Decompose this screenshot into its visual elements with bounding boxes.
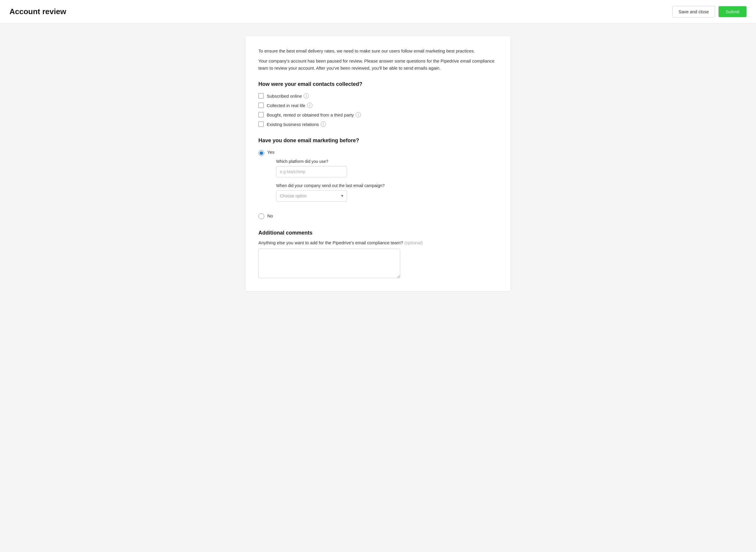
additional-comments-section: Additional comments Anything else you wa… bbox=[258, 230, 498, 279]
additional-comments-textarea[interactable] bbox=[258, 249, 400, 278]
info-icon-bought[interactable]: i bbox=[355, 112, 361, 117]
checkbox-bought-rented-label: Bought, rented or obtained from a third … bbox=[267, 112, 361, 117]
checkbox-subscribed-online-input[interactable] bbox=[258, 93, 264, 99]
radio-yes-label[interactable]: Yes bbox=[267, 149, 274, 155]
optional-text: (optional) bbox=[404, 240, 423, 245]
section3-title: Additional comments bbox=[258, 230, 498, 236]
platform-field-group: Which platform did you use? bbox=[276, 159, 385, 177]
intro-line2: Your company's account has been paused f… bbox=[258, 57, 498, 72]
email-marketing-section: Have you done email marketing before? Ye… bbox=[258, 137, 498, 219]
campaign-select-wrapper: Choose option Less than 3 months ago 3–6… bbox=[276, 190, 347, 201]
radio-yes-option: Yes Which platform did you use? When did… bbox=[258, 150, 498, 208]
checkbox-collected-real-life[interactable]: Collected in real life i bbox=[258, 103, 498, 108]
checkbox-subscribed-online[interactable]: Subscribed online i bbox=[258, 93, 498, 99]
info-icon-subscribed[interactable]: i bbox=[304, 93, 309, 99]
radio-no-option: No bbox=[258, 213, 498, 219]
submit-button[interactable]: Submit bbox=[719, 6, 747, 17]
section1-title: How were your email contacts collected? bbox=[258, 81, 498, 87]
platform-input[interactable] bbox=[276, 166, 347, 177]
checkbox-subscribed-online-label: Subscribed online i bbox=[267, 93, 309, 99]
email-contacts-section: How were your email contacts collected? … bbox=[258, 81, 498, 127]
additional-question-label: Anything else you want to add for the Pi… bbox=[258, 240, 498, 245]
section2-title: Have you done email marketing before? bbox=[258, 137, 498, 144]
save-close-button[interactable]: Save and close bbox=[672, 6, 715, 17]
checkbox-collected-real-life-label: Collected in real life i bbox=[267, 103, 312, 108]
radio-no-label[interactable]: No bbox=[267, 213, 273, 218]
form-card: To ensure the best email delivery rates,… bbox=[245, 35, 511, 291]
yes-sub-fields: Which platform did you use? When did you… bbox=[276, 159, 385, 201]
radio-yes-input[interactable] bbox=[258, 150, 264, 156]
page-title: Account review bbox=[9, 7, 66, 16]
info-icon-existing[interactable]: i bbox=[321, 122, 326, 127]
intro-section: To ensure the best email delivery rates,… bbox=[258, 47, 498, 72]
intro-line1: To ensure the best email delivery rates,… bbox=[258, 47, 498, 54]
checkbox-collected-real-life-input[interactable] bbox=[258, 103, 264, 108]
checkbox-existing-business-input[interactable] bbox=[258, 122, 264, 127]
checkbox-existing-business-label: Existing business relations i bbox=[267, 122, 326, 127]
checkbox-bought-rented[interactable]: Bought, rented or obtained from a third … bbox=[258, 112, 498, 117]
radio-no-input[interactable] bbox=[258, 213, 264, 219]
checkbox-existing-business[interactable]: Existing business relations i bbox=[258, 122, 498, 127]
page-header: Account review Save and close Submit bbox=[0, 0, 756, 24]
campaign-field-group: When did your company send out the last … bbox=[276, 183, 385, 201]
campaign-label: When did your company send out the last … bbox=[276, 183, 385, 188]
yes-content: Yes Which platform did you use? When did… bbox=[267, 150, 385, 208]
platform-label: Which platform did you use? bbox=[276, 159, 385, 164]
campaign-select[interactable]: Choose option Less than 3 months ago 3–6… bbox=[276, 190, 347, 201]
header-actions: Save and close Submit bbox=[672, 6, 747, 17]
checkbox-bought-rented-input[interactable] bbox=[258, 112, 264, 117]
info-icon-collected[interactable]: i bbox=[307, 103, 312, 108]
main-content: To ensure the best email delivery rates,… bbox=[0, 24, 756, 303]
